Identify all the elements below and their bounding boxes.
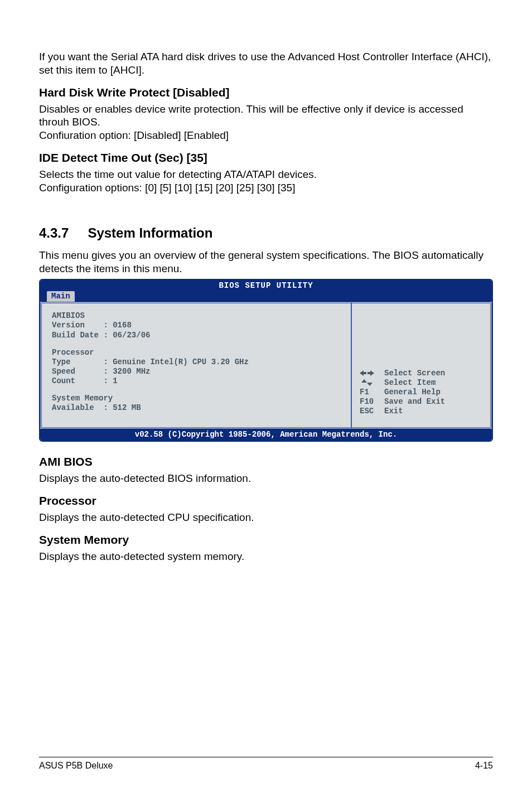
section-title: System Information <box>88 225 212 241</box>
proc-label: Processor <box>52 348 343 357</box>
section-437-heading: 4.3.7 System Information <box>39 225 493 241</box>
proc-count: Count : 1 <box>52 376 343 386</box>
sysmem-p: Displays the auto-detected system memory… <box>39 550 493 563</box>
help-general: General Help <box>384 388 441 397</box>
hdwp-p1: Disables or enables device write protect… <box>39 103 493 129</box>
help-key-esc: ESC <box>360 407 379 416</box>
bios-build-date: Build Date : 06/23/06 <box>52 331 343 340</box>
bios-tab-main[interactable]: Main <box>47 291 75 302</box>
help-select-item: Select Item <box>384 378 436 388</box>
amibios-label: AMIBIOS <box>52 311 343 321</box>
ide-p2: Configuration options: [0] [5] [10] [15]… <box>39 181 493 195</box>
mem-avail: Available : 512 MB <box>52 403 343 413</box>
bios-left-pane: AMIBIOS Version : 0168 Build Date : 06/2… <box>40 302 352 429</box>
intro-paragraph: If you want the Serial ATA hard disk dri… <box>39 50 493 77</box>
bios-help-pane: Select Screen Select Item F1 General Hel… <box>352 302 492 429</box>
arrow-left-right-icon <box>360 369 379 378</box>
bios-tab-bar: Main <box>40 291 492 302</box>
proc-type: Type : Genuine Intel(R) CPU 3.20 GHz <box>52 357 343 367</box>
arrow-up-down-icon <box>360 378 379 387</box>
page-footer: ASUS P5B Deluxe 4-15 <box>39 757 493 771</box>
footer-left: ASUS P5B Deluxe <box>39 761 113 771</box>
bios-box: BIOS SETUP UTILITY Main AMIBIOS Version … <box>39 279 493 442</box>
bios-version: Version : 0168 <box>52 321 343 330</box>
svg-marker-1 <box>367 370 374 376</box>
amibios-p: Displays the auto-detected BIOS informat… <box>39 472 493 485</box>
help-key-f1: F1 <box>360 388 379 397</box>
mem-label: System Memory <box>52 394 343 403</box>
proc-speed: Speed : 3200 MHz <box>52 367 343 376</box>
help-exit: Exit <box>384 407 403 416</box>
help-save-exit: Save and Exit <box>384 397 445 407</box>
svg-marker-2 <box>361 379 367 383</box>
footer-right: 4-15 <box>475 761 493 771</box>
svg-marker-0 <box>360 370 366 376</box>
section-number: 4.3.7 <box>39 225 69 241</box>
hdwp-p2: Confiuration option: [Disabled] [Enabled… <box>39 129 493 142</box>
svg-marker-3 <box>367 383 373 386</box>
help-select-screen: Select Screen <box>384 369 445 378</box>
help-key-f10: F10 <box>360 397 379 407</box>
section-437-intro: This menu gives you an overview of the g… <box>39 249 493 276</box>
ide-p1: Selects the time out value for detecting… <box>39 168 493 181</box>
heading-processor: Processor <box>39 494 493 508</box>
bios-title: BIOS SETUP UTILITY <box>40 280 492 291</box>
processor-p: Displays the auto-detected CPU specifica… <box>39 511 493 524</box>
heading-sysmem: System Memory <box>39 533 493 547</box>
heading-ide: IDE Detect Time Out (Sec) [35] <box>39 151 493 165</box>
heading-hdwp: Hard Disk Write Protect [Disabled] <box>39 86 493 99</box>
bios-copyright: v02.58 (C)Copyright 1985-2006, American … <box>40 429 492 441</box>
heading-amibios: AMI BIOS <box>39 455 493 468</box>
